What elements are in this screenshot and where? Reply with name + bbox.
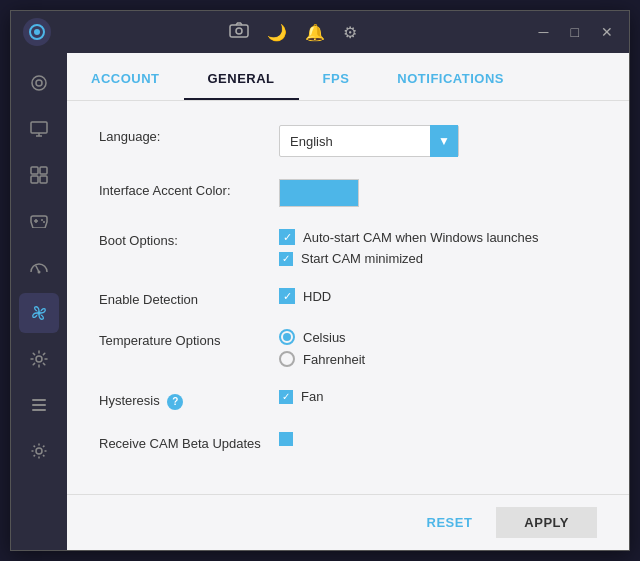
boot-option-2-checkbox[interactable]: ✓	[279, 252, 293, 266]
title-bar-controls: ─ □ ✕	[535, 22, 617, 42]
boot-option-1-label: Auto-start CAM when Windows launches	[303, 230, 539, 245]
receive-beta-checkbox-row	[279, 432, 597, 446]
language-control: English ▼	[279, 125, 597, 157]
enable-detection-label: Enable Detection	[99, 288, 279, 307]
svg-point-5	[36, 80, 42, 86]
boot-option-2-label: Start CAM minimized	[301, 251, 423, 266]
sidebar-item-brightness[interactable]	[19, 339, 59, 379]
svg-rect-10	[40, 176, 47, 183]
language-label: Language:	[99, 125, 279, 144]
enable-detection-row: Enable Detection ✓ HDD	[99, 288, 597, 307]
svg-point-11	[41, 219, 43, 221]
temperature-options-label: Temperature Options	[99, 329, 279, 348]
fan-checkbox[interactable]: ✓	[279, 390, 293, 404]
moon-icon[interactable]: 🌙	[267, 23, 287, 42]
boot-options-control: ✓ Auto-start CAM when Windows launches ✓…	[279, 229, 597, 266]
receive-beta-control	[279, 432, 597, 446]
tab-general[interactable]: GENERAL	[184, 59, 299, 100]
svg-rect-9	[31, 176, 38, 183]
fan-row: ✓ Fan	[279, 389, 597, 404]
svg-point-3	[236, 28, 242, 34]
boot-option-2-row: ✓ Start CAM minimized	[279, 251, 597, 266]
sidebar	[11, 53, 67, 550]
celsius-label: Celsius	[303, 330, 346, 345]
boot-option-1-checkbox[interactable]: ✓	[279, 229, 295, 245]
celsius-row: Celsius	[279, 329, 597, 345]
language-row: Language: English ▼	[99, 125, 597, 157]
fahrenheit-radio[interactable]	[279, 351, 295, 367]
svg-rect-16	[32, 399, 46, 401]
sidebar-item-performance[interactable]	[19, 155, 59, 195]
gear-icon[interactable]: ⚙	[343, 23, 357, 42]
fahrenheit-label: Fahrenheit	[303, 352, 365, 367]
svg-rect-7	[31, 167, 38, 174]
svg-point-4	[32, 76, 46, 90]
reset-button[interactable]: RESET	[415, 507, 485, 538]
hdd-label: HDD	[303, 289, 331, 304]
svg-rect-8	[40, 167, 47, 174]
svg-point-12	[43, 221, 45, 223]
svg-rect-17	[32, 404, 46, 406]
footer: RESET APPLY	[67, 494, 629, 550]
app-logo	[23, 18, 51, 46]
hysteresis-row: Hysteresis ? ✓ Fan	[99, 389, 597, 410]
sidebar-item-home[interactable]	[19, 63, 59, 103]
sidebar-item-fan[interactable]	[19, 293, 59, 333]
temperature-options-row: Temperature Options Celsius Fahrenheit	[99, 329, 597, 367]
temperature-options-control: Celsius Fahrenheit	[279, 329, 597, 367]
boot-option-1-row: ✓ Auto-start CAM when Windows launches	[279, 229, 597, 245]
sidebar-item-list[interactable]	[19, 385, 59, 425]
apply-button[interactable]: APPLY	[496, 507, 597, 538]
tab-fps[interactable]: FPS	[299, 59, 374, 100]
hdd-row: ✓ HDD	[279, 288, 597, 304]
svg-point-1	[34, 29, 40, 35]
svg-rect-2	[230, 25, 248, 37]
content-area: ACCOUNT GENERAL FPS NOTIFICATIONS Langua…	[67, 53, 629, 550]
dropdown-arrow-icon: ▼	[430, 125, 458, 157]
hysteresis-help-icon[interactable]: ?	[167, 394, 183, 410]
close-button[interactable]: ✕	[597, 22, 617, 42]
enable-detection-control: ✓ HDD	[279, 288, 597, 304]
accent-color-swatch[interactable]	[279, 179, 359, 207]
camera-icon[interactable]	[229, 22, 249, 42]
accent-color-control	[279, 179, 597, 207]
language-dropdown[interactable]: English ▼	[279, 125, 459, 157]
sidebar-item-speed[interactable]	[19, 247, 59, 287]
accent-color-row: Interface Accent Color:	[99, 179, 597, 207]
accent-color-label: Interface Accent Color:	[99, 179, 279, 198]
sidebar-item-controller[interactable]	[19, 201, 59, 241]
svg-rect-6	[31, 122, 47, 133]
tab-notifications[interactable]: NOTIFICATIONS	[373, 59, 528, 100]
tab-account[interactable]: ACCOUNT	[67, 59, 184, 100]
svg-point-13	[38, 271, 41, 274]
hysteresis-label: Hysteresis ?	[99, 389, 279, 410]
hysteresis-control: ✓ Fan	[279, 389, 597, 404]
settings-content: Language: English ▼ Interface Accent Col…	[67, 101, 629, 494]
fan-label: Fan	[301, 389, 323, 404]
receive-beta-label: Receive CAM Beta Updates	[99, 432, 279, 451]
app-window: 🌙 🔔 ⚙ ─ □ ✕	[10, 10, 630, 551]
svg-rect-18	[32, 409, 46, 411]
title-bar: 🌙 🔔 ⚙ ─ □ ✕	[11, 11, 629, 53]
svg-point-15	[36, 356, 42, 362]
main-layout: ACCOUNT GENERAL FPS NOTIFICATIONS Langua…	[11, 53, 629, 550]
bell-icon[interactable]: 🔔	[305, 23, 325, 42]
receive-beta-row: Receive CAM Beta Updates	[99, 432, 597, 451]
title-bar-icons: 🌙 🔔 ⚙	[229, 22, 357, 42]
svg-point-19	[36, 448, 42, 454]
sidebar-item-settings[interactable]	[19, 431, 59, 471]
receive-beta-checkbox[interactable]	[279, 432, 293, 446]
boot-options-label: Boot Options:	[99, 229, 279, 248]
celsius-radio[interactable]	[279, 329, 295, 345]
hdd-checkbox[interactable]: ✓	[279, 288, 295, 304]
title-bar-left	[23, 18, 51, 46]
fahrenheit-row: Fahrenheit	[279, 351, 597, 367]
sidebar-item-display[interactable]	[19, 109, 59, 149]
tab-bar: ACCOUNT GENERAL FPS NOTIFICATIONS	[67, 53, 629, 101]
boot-options-row: Boot Options: ✓ Auto-start CAM when Wind…	[99, 229, 597, 266]
maximize-button[interactable]: □	[567, 22, 583, 42]
language-value: English	[290, 134, 333, 149]
minimize-button[interactable]: ─	[535, 22, 553, 42]
svg-point-14	[37, 311, 41, 315]
